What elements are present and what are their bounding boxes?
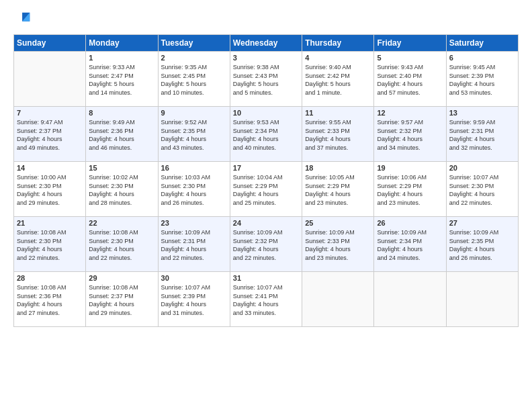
day-number: 21 — [17, 219, 83, 227]
day-info: Sunrise: 10:09 AMSunset: 2:33 PMDaylight… — [305, 228, 371, 262]
day-info: Sunrise: 9:52 AMSunset: 2:35 PMDaylight:… — [161, 118, 227, 152]
day-number: 12 — [377, 109, 443, 117]
day-info: Sunrise: 10:07 AMSunset: 2:41 PMDaylight… — [233, 283, 299, 317]
day-info: Sunrise: 9:53 AMSunset: 2:34 PMDaylight:… — [233, 118, 299, 152]
header — [13, 10, 519, 29]
calendar-cell: 14Sunrise: 10:00 AMSunset: 2:30 PMDaylig… — [14, 162, 86, 217]
day-info: Sunrise: 9:45 AMSunset: 2:39 PMDaylight:… — [449, 63, 515, 97]
calendar-cell: 16Sunrise: 10:03 AMSunset: 2:30 PMDaylig… — [158, 162, 230, 217]
day-info: Sunrise: 10:03 AMSunset: 2:30 PMDaylight… — [161, 173, 227, 207]
day-number: 10 — [233, 109, 299, 117]
calendar-cell: 17Sunrise: 10:04 AMSunset: 2:29 PMDaylig… — [230, 162, 302, 217]
day-info: Sunrise: 9:49 AMSunset: 2:36 PMDaylight:… — [89, 118, 154, 152]
day-header-saturday: Saturday — [446, 35, 518, 52]
day-info: Sunrise: 9:35 AMSunset: 2:45 PMDaylight:… — [161, 63, 227, 97]
day-number: 2 — [161, 54, 227, 62]
day-number: 8 — [89, 109, 154, 117]
day-info: Sunrise: 9:38 AMSunset: 2:43 PMDaylight:… — [233, 63, 299, 97]
calendar-cell: 28Sunrise: 10:08 AMSunset: 2:36 PMDaylig… — [14, 272, 86, 327]
calendar-cell: 13Sunrise: 9:59 AMSunset: 2:31 PMDayligh… — [446, 107, 518, 162]
day-header-friday: Friday — [374, 35, 446, 52]
day-number: 24 — [233, 219, 299, 227]
day-number: 25 — [305, 219, 371, 227]
calendar-cell: 31Sunrise: 10:07 AMSunset: 2:41 PMDaylig… — [230, 272, 302, 327]
calendar-week-1: 1Sunrise: 9:33 AMSunset: 2:47 PMDaylight… — [14, 52, 519, 107]
day-header-wednesday: Wednesday — [230, 35, 302, 52]
calendar-cell: 8Sunrise: 9:49 AMSunset: 2:36 PMDaylight… — [86, 107, 158, 162]
day-info: Sunrise: 10:07 AMSunset: 2:39 PMDaylight… — [161, 283, 227, 317]
calendar-cell: 3Sunrise: 9:38 AMSunset: 2:43 PMDaylight… — [230, 52, 302, 107]
day-header-monday: Monday — [86, 35, 158, 52]
calendar-header-row: SundayMondayTuesdayWednesdayThursdayFrid… — [14, 35, 519, 52]
day-info: Sunrise: 9:59 AMSunset: 2:31 PMDaylight:… — [449, 118, 515, 152]
day-number: 11 — [305, 109, 371, 117]
calendar-cell: 19Sunrise: 10:06 AMSunset: 2:29 PMDaylig… — [374, 162, 446, 217]
day-info: Sunrise: 10:04 AMSunset: 2:29 PMDaylight… — [233, 173, 299, 207]
calendar-cell: 20Sunrise: 10:07 AMSunset: 2:30 PMDaylig… — [446, 162, 518, 217]
calendar-cell: 10Sunrise: 9:53 AMSunset: 2:34 PMDayligh… — [230, 107, 302, 162]
logo — [13, 10, 35, 29]
day-info: Sunrise: 9:57 AMSunset: 2:32 PMDaylight:… — [377, 118, 443, 152]
day-number: 26 — [377, 219, 443, 227]
day-info: Sunrise: 10:09 AMSunset: 2:32 PMDaylight… — [233, 228, 299, 262]
calendar-cell: 6Sunrise: 9:45 AMSunset: 2:39 PMDaylight… — [446, 52, 518, 107]
day-info: Sunrise: 9:43 AMSunset: 2:40 PMDaylight:… — [377, 63, 443, 97]
day-info: Sunrise: 10:08 AMSunset: 2:37 PMDaylight… — [89, 283, 154, 317]
calendar-cell: 29Sunrise: 10:08 AMSunset: 2:37 PMDaylig… — [86, 272, 158, 327]
calendar-week-4: 21Sunrise: 10:08 AMSunset: 2:30 PMDaylig… — [14, 217, 519, 272]
day-number: 5 — [377, 54, 443, 62]
day-number: 7 — [17, 109, 83, 117]
calendar-week-2: 7Sunrise: 9:47 AMSunset: 2:37 PMDaylight… — [14, 107, 519, 162]
calendar-cell: 27Sunrise: 10:09 AMSunset: 2:35 PMDaylig… — [446, 217, 518, 272]
day-number: 23 — [161, 219, 227, 227]
day-number: 9 — [161, 109, 227, 117]
day-number: 18 — [305, 164, 371, 172]
calendar-cell: 26Sunrise: 10:09 AMSunset: 2:34 PMDaylig… — [374, 217, 446, 272]
calendar-cell: 21Sunrise: 10:08 AMSunset: 2:30 PMDaylig… — [14, 217, 86, 272]
calendar-cell: 12Sunrise: 9:57 AMSunset: 2:32 PMDayligh… — [374, 107, 446, 162]
day-number: 15 — [89, 164, 154, 172]
day-header-sunday: Sunday — [14, 35, 86, 52]
calendar-table: SundayMondayTuesdayWednesdayThursdayFrid… — [13, 34, 519, 327]
day-info: Sunrise: 10:07 AMSunset: 2:30 PMDaylight… — [449, 173, 515, 207]
calendar-cell — [302, 272, 374, 327]
calendar-cell: 30Sunrise: 10:07 AMSunset: 2:39 PMDaylig… — [158, 272, 230, 327]
day-number: 22 — [89, 219, 154, 227]
day-header-thursday: Thursday — [302, 35, 374, 52]
calendar-week-5: 28Sunrise: 10:08 AMSunset: 2:36 PMDaylig… — [14, 272, 519, 327]
day-number: 4 — [305, 54, 371, 62]
day-info: Sunrise: 10:09 AMSunset: 2:31 PMDaylight… — [161, 228, 227, 262]
day-info: Sunrise: 10:00 AMSunset: 2:30 PMDaylight… — [17, 173, 83, 207]
day-number: 30 — [161, 274, 227, 282]
day-number: 14 — [17, 164, 83, 172]
day-number: 6 — [449, 54, 515, 62]
calendar-cell: 25Sunrise: 10:09 AMSunset: 2:33 PMDaylig… — [302, 217, 374, 272]
logo-icon — [13, 10, 32, 29]
day-number: 31 — [233, 274, 299, 282]
calendar-cell — [374, 272, 446, 327]
day-number: 28 — [17, 274, 83, 282]
day-info: Sunrise: 10:05 AMSunset: 2:29 PMDaylight… — [305, 173, 371, 207]
page: SundayMondayTuesdayWednesdayThursdayFrid… — [0, 0, 532, 411]
day-info: Sunrise: 10:09 AMSunset: 2:35 PMDaylight… — [449, 228, 515, 262]
calendar-cell — [446, 272, 518, 327]
day-number: 3 — [233, 54, 299, 62]
day-number: 1 — [89, 54, 154, 62]
day-info: Sunrise: 10:02 AMSunset: 2:30 PMDaylight… — [89, 173, 154, 207]
day-info: Sunrise: 10:08 AMSunset: 2:30 PMDaylight… — [89, 228, 154, 262]
day-info: Sunrise: 10:08 AMSunset: 2:36 PMDaylight… — [17, 283, 83, 317]
day-info: Sunrise: 9:47 AMSunset: 2:37 PMDaylight:… — [17, 118, 83, 152]
day-number: 17 — [233, 164, 299, 172]
day-header-tuesday: Tuesday — [158, 35, 230, 52]
day-number: 29 — [89, 274, 154, 282]
day-info: Sunrise: 10:08 AMSunset: 2:30 PMDaylight… — [17, 228, 83, 262]
calendar-cell: 2Sunrise: 9:35 AMSunset: 2:45 PMDaylight… — [158, 52, 230, 107]
calendar-cell: 1Sunrise: 9:33 AMSunset: 2:47 PMDaylight… — [86, 52, 158, 107]
calendar-week-3: 14Sunrise: 10:00 AMSunset: 2:30 PMDaylig… — [14, 162, 519, 217]
calendar-cell: 7Sunrise: 9:47 AMSunset: 2:37 PMDaylight… — [14, 107, 86, 162]
calendar-cell: 23Sunrise: 10:09 AMSunset: 2:31 PMDaylig… — [158, 217, 230, 272]
day-number: 16 — [161, 164, 227, 172]
day-number: 19 — [377, 164, 443, 172]
calendar-cell: 5Sunrise: 9:43 AMSunset: 2:40 PMDaylight… — [374, 52, 446, 107]
day-info: Sunrise: 9:40 AMSunset: 2:42 PMDaylight:… — [305, 63, 371, 97]
